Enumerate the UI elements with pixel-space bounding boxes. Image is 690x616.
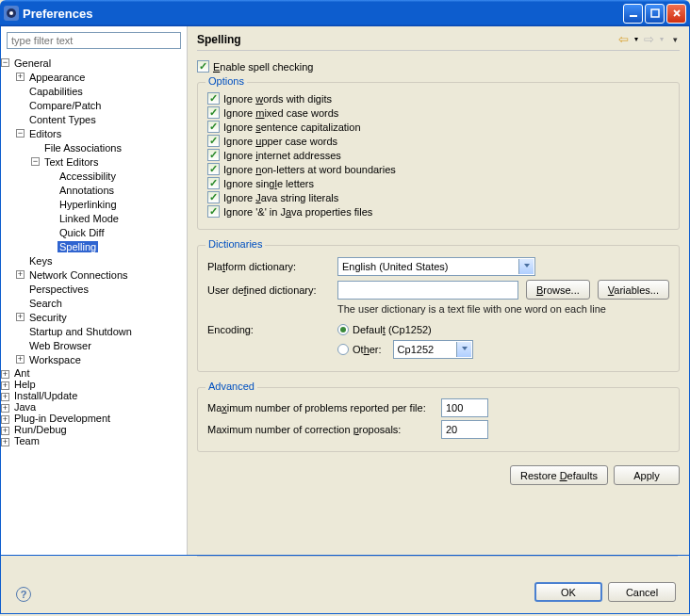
- svg-rect-3: [651, 9, 659, 17]
- ignore-nonletters-checkbox[interactable]: Ignore non-letters at word boundaries: [207, 163, 669, 175]
- enable-label: Enable spell checking: [213, 61, 313, 73]
- checkbox-icon: [207, 92, 220, 105]
- browse-button[interactable]: Browse...: [526, 280, 590, 300]
- ignore-mixed-case-checkbox[interactable]: Ignore mixed case words: [207, 106, 669, 119]
- view-menu-icon[interactable]: ▾: [671, 35, 680, 44]
- tree-item-plugin-dev[interactable]: +Plug-in Development: [1, 413, 187, 424]
- tree-item-compare-patch[interactable]: Compare/Patch: [16, 98, 187, 112]
- svg-point-1: [9, 11, 13, 15]
- tree-item-content-types[interactable]: Content Types: [16, 112, 187, 126]
- tree-item-install-update[interactable]: +Install/Update: [1, 390, 187, 401]
- ignore-digits-checkbox[interactable]: Ignore words with digits: [207, 92, 669, 105]
- tree-item-hyperlinking[interactable]: Hyperlinking: [46, 197, 187, 211]
- tree-item-quick-diff[interactable]: Quick Diff: [46, 225, 187, 239]
- forward-icon[interactable]: ⇨: [642, 32, 656, 46]
- tree-item-editors[interactable]: −Editors: [16, 126, 187, 140]
- content-pane: Spelling ⇦▾ ⇨▾ ▾ Enable spell checking O…: [188, 26, 689, 555]
- sidebar: −General +Appearance Capabilities Compar…: [1, 26, 188, 555]
- platform-dictionary-select[interactable]: English (United States): [337, 257, 535, 276]
- checkbox-icon: [207, 106, 220, 119]
- checkbox-icon: [197, 60, 209, 73]
- window-title: Preferences: [23, 7, 623, 21]
- dictionaries-title: Dictionaries: [205, 238, 265, 250]
- ignore-internet-checkbox[interactable]: Ignore internet addresses: [207, 149, 669, 161]
- encoding-label: Encoding:: [207, 324, 326, 335]
- tree-item-run-debug[interactable]: +Run/Debug: [1, 424, 187, 435]
- page-title: Spelling: [197, 33, 616, 46]
- checkbox-icon: [207, 163, 220, 175]
- variables-button[interactable]: Variables...: [598, 280, 669, 300]
- ignore-ampersand-checkbox[interactable]: Ignore '&' in Java properties files: [207, 205, 669, 218]
- tree-item-network[interactable]: +Network Connections: [16, 267, 187, 282]
- back-menu-icon[interactable]: ▾: [632, 35, 640, 43]
- tree-item-security[interactable]: +Security: [16, 310, 187, 324]
- radio-icon: [337, 324, 349, 335]
- ignore-java-string-checkbox[interactable]: Ignore Java string literals: [207, 191, 669, 203]
- platform-dictionary-label: Platform dictionary:: [207, 261, 330, 272]
- help-icon[interactable]: ?: [16, 587, 31, 602]
- checkbox-icon: [207, 205, 220, 218]
- tree-item-capabilities[interactable]: Capabilities: [16, 84, 187, 98]
- tree-item-keys[interactable]: Keys: [16, 253, 187, 267]
- minimize-button[interactable]: [623, 4, 643, 24]
- tree-item-spelling[interactable]: Spelling: [46, 239, 187, 253]
- tree-item-general[interactable]: −General: [1, 56, 187, 70]
- encoding-default-radio[interactable]: Default (Cp1252): [337, 324, 432, 335]
- ignore-upper-checkbox[interactable]: Ignore upper case words: [207, 135, 669, 147]
- forward-menu-icon[interactable]: ▾: [658, 35, 665, 43]
- tree-item-file-associations[interactable]: File Associations: [31, 140, 187, 154]
- user-dictionary-input[interactable]: [337, 281, 518, 300]
- max-proposals-label: Maximum number of correction proposals:: [207, 424, 434, 435]
- tree-item-ant[interactable]: +Ant: [1, 367, 187, 379]
- options-group: Options Ignore words with digits Ignore …: [197, 82, 680, 230]
- ignore-sentence-checkbox[interactable]: Ignore sentence capitalization: [207, 121, 669, 133]
- app-icon: [4, 6, 19, 21]
- tree-item-team[interactable]: +Team: [1, 435, 187, 446]
- titlebar: Preferences: [0, 0, 690, 26]
- tree-item-workspace[interactable]: +Workspace: [16, 352, 187, 366]
- checkbox-icon: [207, 191, 220, 203]
- tree-item-perspectives[interactable]: Perspectives: [16, 282, 187, 296]
- tree-item-java[interactable]: +Java: [1, 401, 187, 413]
- radio-icon: [337, 344, 349, 355]
- tree-item-appearance[interactable]: +Appearance: [16, 70, 187, 84]
- tree-item-web-browser[interactable]: Web Browser: [16, 338, 187, 352]
- user-dictionary-hint: The user dictionary is a text file with …: [337, 303, 669, 315]
- ok-button[interactable]: OK: [534, 582, 602, 602]
- apply-button[interactable]: Apply: [614, 465, 680, 485]
- advanced-group: Advanced Maximum number of problems repo…: [197, 387, 680, 452]
- tree-item-search[interactable]: Search: [16, 296, 187, 310]
- filter-input[interactable]: [7, 32, 181, 49]
- tree-item-help[interactable]: +Help: [1, 379, 187, 390]
- user-dictionary-label: User defined dictionary:: [207, 284, 330, 296]
- checkbox-icon: [207, 121, 220, 133]
- cancel-button[interactable]: Cancel: [608, 582, 676, 602]
- svg-rect-2: [630, 15, 637, 17]
- checkbox-icon: [207, 135, 220, 147]
- dictionaries-group: Dictionaries Platform dictionary: Englis…: [197, 245, 680, 372]
- preferences-tree[interactable]: −General +Appearance Capabilities Compar…: [1, 53, 187, 555]
- maximize-button[interactable]: [645, 4, 665, 24]
- options-title: Options: [205, 75, 247, 87]
- ignore-single-checkbox[interactable]: Ignore single letters: [207, 177, 669, 189]
- back-icon[interactable]: ⇦: [616, 32, 631, 46]
- tree-item-annotations[interactable]: Annotations: [46, 183, 187, 197]
- encoding-other-radio[interactable]: Other:: [337, 344, 382, 355]
- advanced-title: Advanced: [205, 381, 257, 392]
- tree-item-text-editors[interactable]: −Text Editors: [31, 154, 187, 169]
- dialog-button-bar: ? OK Cancel: [0, 556, 690, 614]
- restore-defaults-button[interactable]: Restore Defaults: [510, 465, 608, 485]
- checkbox-icon: [207, 149, 220, 161]
- close-button[interactable]: [666, 4, 686, 24]
- tree-item-accessibility[interactable]: Accessibility: [46, 169, 187, 183]
- max-problems-input[interactable]: [441, 398, 488, 417]
- max-proposals-input[interactable]: [441, 420, 488, 439]
- max-problems-label: Maximum number of problems reported per …: [207, 402, 434, 413]
- checkbox-icon: [207, 177, 220, 189]
- tree-item-startup[interactable]: Startup and Shutdown: [16, 324, 187, 338]
- enable-spell-checking-checkbox[interactable]: Enable spell checking: [197, 60, 680, 73]
- encoding-other-select[interactable]: Cp1252: [393, 340, 473, 359]
- tree-item-linked-mode[interactable]: Linked Mode: [46, 211, 187, 225]
